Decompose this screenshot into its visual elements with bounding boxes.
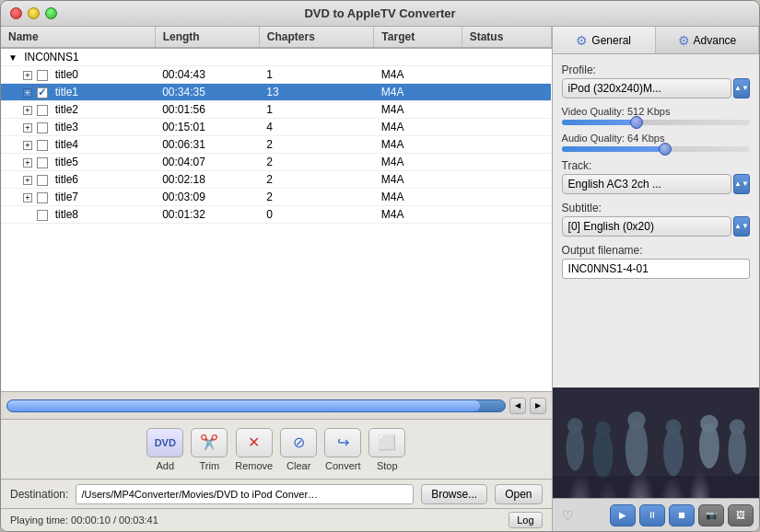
audio-quality-thumb[interactable] — [659, 143, 672, 156]
pause-button[interactable]: ⏸ — [639, 504, 665, 526]
row-length: 00:01:56 — [155, 101, 259, 119]
audio-quality-fill — [562, 146, 665, 152]
expand-icon[interactable]: + — [23, 193, 32, 202]
expand-icon[interactable]: + — [23, 123, 32, 133]
convert-button[interactable]: ↪ Convert — [324, 428, 361, 471]
table-row[interactable]: + title7 00:03:09 2 M4A — [1, 189, 551, 206]
browse-button[interactable]: Browse... — [421, 484, 487, 504]
file-table: Name Length Chapters Target Status ▼ — [1, 27, 552, 224]
favorite-button[interactable]: ♡ — [558, 505, 579, 526]
row-length: 00:06:31 — [155, 136, 259, 154]
playback-controls: ♡ ▶ ⏸ ⏹ 📷 🖼 — [553, 498, 759, 531]
track-dropdown-arrows[interactable]: ▲▼ — [733, 174, 750, 194]
expand-icon[interactable]: + — [23, 88, 32, 98]
remove-icon: ✕ — [236, 428, 273, 457]
track-field: Track: English AC3 2ch ... ▲▼ — [562, 159, 750, 194]
row-name: title3 — [55, 121, 78, 133]
profile-dropdown-arrows[interactable]: ▲▼ — [733, 78, 750, 98]
play-button[interactable]: ▶ — [610, 504, 636, 526]
table-row[interactable]: + title6 00:02:18 2 M4A — [1, 171, 551, 189]
svg-point-4 — [595, 422, 611, 437]
table-row[interactable]: + title3 00:15:01 4 M4A — [1, 119, 551, 136]
camera-button[interactable]: 📷 — [698, 504, 724, 526]
remove-button[interactable]: ✕ Remove — [235, 428, 273, 471]
profile-label: Profile: — [562, 64, 750, 76]
video-quality-field: Video Quality: 512 Kbps — [562, 106, 750, 125]
tab-general-label: General — [591, 34, 631, 47]
destination-bar: Destination: Browse... Open — [1, 480, 552, 509]
progress-next-button[interactable]: ▶ — [530, 398, 546, 414]
subtitle-dropdown-arrows[interactable]: ▲▼ — [733, 216, 750, 237]
row-length: 00:04:43 — [155, 66, 259, 84]
row-target: M4A — [374, 154, 462, 171]
expand-icon[interactable]: + — [23, 106, 32, 115]
row-checkbox[interactable] — [37, 122, 48, 133]
row-target: M4A — [374, 206, 462, 224]
progress-prev-button[interactable]: ◀ — [509, 398, 526, 414]
log-button[interactable]: Log — [509, 512, 542, 528]
add-button[interactable]: DVD Add — [146, 428, 183, 471]
svg-point-8 — [665, 420, 681, 435]
audio-quality-field: Audio Quality: 64 Kbps — [562, 133, 750, 152]
row-target: M4A — [374, 66, 462, 84]
row-name: title2 — [55, 103, 78, 116]
row-length: 00:01:32 — [155, 206, 259, 224]
video-quality-thumb[interactable] — [630, 116, 643, 129]
advance-gear-icon: ⚙ — [678, 33, 690, 48]
row-checkbox[interactable] — [37, 140, 48, 151]
svg-rect-13 — [553, 476, 759, 498]
row-status — [462, 101, 551, 119]
stop-playback-button[interactable]: ⏹ — [669, 504, 695, 526]
subtitle-label: Subtitle: — [562, 202, 750, 214]
expand-icon[interactable]: + — [23, 176, 32, 185]
expand-icon[interactable]: + — [23, 71, 32, 80]
file-list-area[interactable]: Name Length Chapters Target Status ▼ — [1, 27, 552, 392]
main-window: DVD to AppleTV Converter Name Length Cha… — [0, 0, 760, 532]
table-row[interactable]: + title1 00:34:35 13 M4A — [1, 84, 551, 101]
tab-general[interactable]: ⚙ General — [553, 27, 656, 53]
table-row[interactable]: + title2 00:01:56 1 M4A — [1, 101, 551, 119]
close-button[interactable] — [10, 7, 22, 19]
table-row[interactable]: + title4 00:06:31 2 M4A — [1, 136, 551, 154]
trim-button[interactable]: ✂️ Trim — [191, 428, 228, 471]
row-checkbox[interactable] — [37, 157, 48, 168]
video-quality-slider[interactable] — [562, 120, 750, 125]
track-dropdown[interactable]: English AC3 2ch ... — [562, 174, 731, 194]
root-expand-icon[interactable]: ▼ — [8, 52, 18, 63]
screenshot-button[interactable]: 🖼 — [728, 504, 754, 526]
maximize-button[interactable] — [45, 7, 57, 19]
table-row[interactable]: + title0 00:04:43 1 M4A — [1, 66, 551, 84]
row-name: title6 — [55, 173, 78, 186]
profile-dropdown[interactable]: iPod (320x240)M... — [562, 78, 731, 98]
output-filename-input[interactable] — [562, 259, 750, 279]
table-row[interactable]: title8 00:01:32 0 M4A — [1, 206, 551, 224]
row-checkbox[interactable] — [37, 105, 48, 116]
row-target: M4A — [374, 84, 462, 101]
row-status — [462, 189, 551, 206]
col-header-status: Status — [462, 27, 551, 48]
destination-path-input[interactable] — [76, 484, 414, 504]
clear-icon: ⊘ — [280, 428, 317, 457]
row-checkbox[interactable] — [37, 70, 48, 81]
thumbnail-area — [553, 387, 759, 498]
row-status — [462, 206, 551, 224]
gear-icon: ⚙ — [576, 33, 588, 48]
row-checkbox[interactable] — [37, 192, 48, 203]
row-chapters: 1 — [259, 101, 374, 119]
expand-icon[interactable]: + — [23, 141, 32, 150]
audio-quality-slider[interactable] — [562, 146, 750, 152]
expand-icon[interactable]: + — [23, 158, 32, 168]
row-name: title5 — [55, 156, 78, 168]
row-checkbox[interactable] — [37, 87, 48, 98]
row-checkbox[interactable] — [37, 175, 48, 186]
open-button[interactable]: Open — [495, 484, 542, 504]
row-checkbox[interactable] — [37, 210, 48, 221]
tab-advance[interactable]: ⚙ Advance — [656, 27, 759, 53]
minimize-button[interactable] — [28, 7, 40, 19]
stop-button[interactable]: ⬜ Stop — [368, 428, 405, 471]
table-row[interactable]: + title5 00:04:07 2 M4A — [1, 154, 551, 171]
subtitle-dropdown[interactable]: [0] English (0x20) — [562, 216, 731, 237]
add-label: Add — [156, 460, 174, 471]
row-name: title0 — [55, 68, 78, 81]
clear-button[interactable]: ⊘ Clear — [280, 428, 317, 471]
